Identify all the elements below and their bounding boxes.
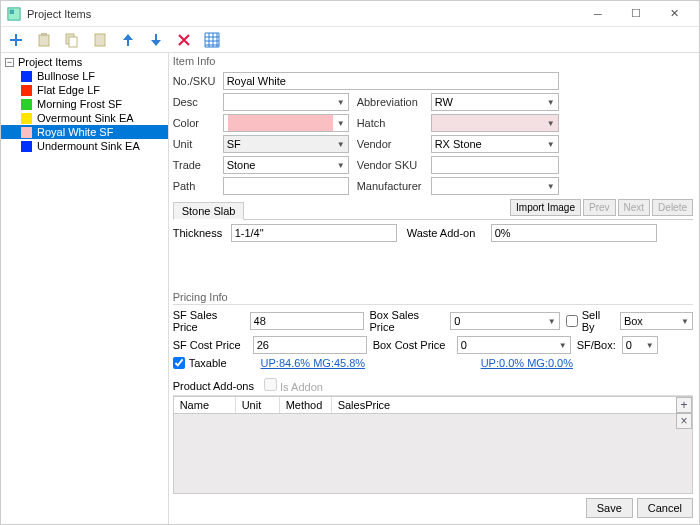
color-picker[interactable]: ▼ [223, 114, 349, 132]
unit-label: Unit [173, 138, 215, 150]
collapse-icon[interactable]: − [5, 58, 14, 67]
vendor-label: Vendor [357, 138, 423, 150]
window-title: Project Items [27, 8, 579, 20]
delete-icon[interactable] [175, 31, 193, 49]
color-swatch-icon [21, 99, 32, 110]
minimize-button[interactable]: ─ [579, 1, 617, 27]
clipboard-icon[interactable] [91, 31, 109, 49]
abbrev-combo[interactable]: RW▼ [431, 93, 559, 111]
trade-label: Trade [173, 159, 215, 171]
thickness-input[interactable] [231, 224, 397, 242]
col-name[interactable]: Name [174, 397, 236, 413]
svg-rect-3 [41, 33, 47, 36]
box-cost-combo[interactable]: 0▼ [457, 336, 571, 354]
paste-icon[interactable] [35, 31, 53, 49]
sf-sales-input[interactable] [250, 312, 364, 330]
hatch-label: Hatch [357, 117, 423, 129]
next-image-button[interactable]: Next [618, 199, 651, 216]
save-button[interactable]: Save [586, 498, 633, 518]
grid-icon[interactable] [203, 31, 221, 49]
desc-label: Desc [173, 96, 215, 108]
col-method[interactable]: Method [280, 397, 332, 413]
tree-item[interactable]: Morning Frost SF [1, 97, 168, 111]
pricing-header: Pricing Info [173, 291, 693, 305]
box-sales-label: Box Sales Price [370, 309, 445, 333]
import-image-button[interactable]: Import Image [510, 199, 581, 216]
tree-item[interactable]: Flat Edge LF [1, 83, 168, 97]
color-swatch-icon [21, 127, 32, 138]
desc-combo[interactable]: ▼ [223, 93, 349, 111]
tree-item-label: Overmount Sink EA [37, 112, 134, 124]
item-info-header: Item Info [173, 55, 693, 68]
box-sales-combo[interactable]: 0▼ [450, 312, 560, 330]
trade-combo[interactable]: Stone▼ [223, 156, 349, 174]
addon-add-icon[interactable]: + [676, 397, 692, 413]
waste-input[interactable] [491, 224, 657, 242]
tree-item-label: Morning Frost SF [37, 98, 122, 110]
addon-grid[interactable]: Name Unit Method SalesPrice + × [173, 396, 693, 494]
sellby-check[interactable]: Sell By [566, 309, 614, 333]
mfr-label: Manufacturer [357, 180, 423, 192]
tree-item[interactable]: Undermount Sink EA [1, 139, 168, 153]
tree-item-label: Bullnose LF [37, 70, 95, 82]
tree-root[interactable]: − Project Items [1, 55, 168, 69]
mfr-combo[interactable]: ▼ [431, 177, 559, 195]
box-cost-label: Box Cost Price [373, 339, 451, 351]
sf-cost-input[interactable] [253, 336, 367, 354]
vendor-combo[interactable]: RX Stone▼ [431, 135, 559, 153]
margin-link-1[interactable]: UP:84.6% MG:45.8% [261, 357, 366, 369]
close-button[interactable]: ✕ [655, 1, 693, 27]
thickness-label: Thickness [173, 227, 225, 239]
tree-item[interactable]: Royal White SF [1, 125, 168, 139]
add-icon[interactable] [7, 31, 25, 49]
maximize-button[interactable]: ☐ [617, 1, 655, 27]
color-swatch-icon [21, 113, 32, 124]
col-unit[interactable]: Unit [236, 397, 280, 413]
nosku-label: No./SKU [173, 75, 215, 87]
tree-item[interactable]: Bullnose LF [1, 69, 168, 83]
vendorsku-label: Vendor SKU [357, 159, 423, 171]
addons-header: Product Add-ons [173, 380, 254, 392]
tree-root-label: Project Items [18, 56, 82, 68]
svg-rect-6 [95, 34, 105, 46]
tree-item-label: Royal White SF [37, 126, 113, 138]
sfbox-combo[interactable]: 0▼ [622, 336, 658, 354]
sfbox-label: SF/Box: [577, 339, 616, 351]
svg-rect-5 [69, 37, 77, 47]
nosku-input[interactable] [223, 72, 559, 90]
color-swatch-icon [21, 141, 32, 152]
svg-rect-2 [39, 35, 49, 46]
abbrev-label: Abbreviation [357, 96, 423, 108]
move-down-icon[interactable] [147, 31, 165, 49]
tree-item[interactable]: Overmount Sink EA [1, 111, 168, 125]
color-swatch-icon [21, 71, 32, 82]
tree-item-label: Flat Edge LF [37, 84, 100, 96]
color-label: Color [173, 117, 215, 129]
project-tree[interactable]: − Project Items Bullnose LFFlat Edge LFM… [1, 53, 169, 524]
is-addon-check[interactable]: Is Addon [264, 378, 323, 393]
sf-cost-label: SF Cost Price [173, 339, 247, 351]
col-salesprice[interactable]: SalesPrice [332, 397, 692, 413]
svg-rect-1 [10, 9, 14, 13]
cancel-button[interactable]: Cancel [637, 498, 693, 518]
delete-image-button[interactable]: Delete [652, 199, 693, 216]
tree-item-label: Undermount Sink EA [37, 140, 140, 152]
app-icon [7, 7, 21, 21]
sf-sales-label: SF Sales Price [173, 309, 244, 333]
hatch-combo[interactable]: ▼ [431, 114, 559, 132]
stone-slab-tab[interactable]: Stone Slab [173, 202, 245, 220]
color-swatch-icon [21, 85, 32, 96]
addon-remove-icon[interactable]: × [676, 413, 692, 429]
copy-icon[interactable] [63, 31, 81, 49]
waste-label: Waste Add-on [407, 227, 485, 239]
sellby-combo[interactable]: Box▼ [620, 312, 693, 330]
move-up-icon[interactable] [119, 31, 137, 49]
vendorsku-input[interactable] [431, 156, 559, 174]
taxable-check[interactable]: Taxable [173, 357, 227, 369]
path-label: Path [173, 180, 215, 192]
prev-image-button[interactable]: Prev [583, 199, 616, 216]
unit-combo[interactable]: SF▼ [223, 135, 349, 153]
margin-link-2[interactable]: UP:0.0% MG:0.0% [481, 357, 573, 369]
path-input[interactable] [223, 177, 349, 195]
